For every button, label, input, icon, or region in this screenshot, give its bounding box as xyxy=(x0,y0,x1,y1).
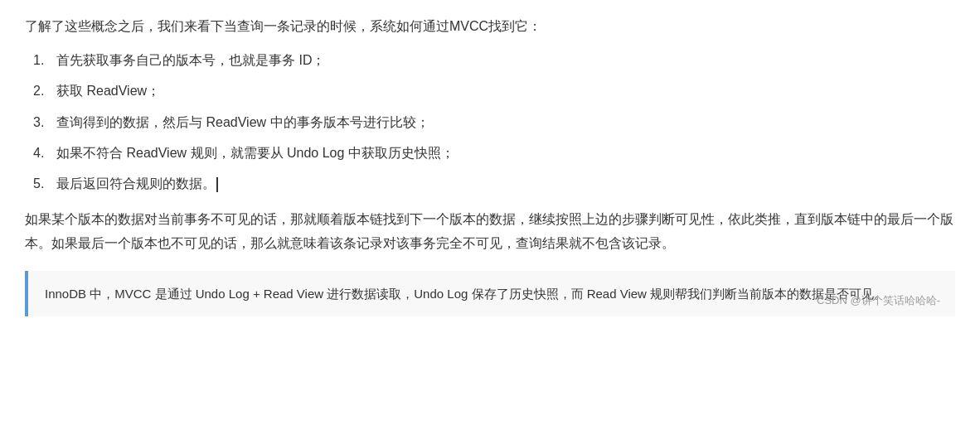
csdn-watermark: CSDN @讲个笑话哈哈哈- xyxy=(817,293,940,308)
list-item: 5. 最后返回符合规则的数据。 xyxy=(25,172,955,195)
page-container: 了解了这些概念之后，我们来看下当查询一条记录的时候，系统如何通过MVCC找到它：… xyxy=(0,0,980,439)
list-content-3: 查询得到的数据，然后与 ReadView 中的事务版本号进行比较； xyxy=(56,111,955,133)
highlight-text: InnoDB 中，MVCC 是通过 Undo Log + Read View 进… xyxy=(45,282,939,305)
list-item: 2. 获取 ReadView； xyxy=(25,80,955,102)
steps-list: 1. 首先获取事务自己的版本号，也就是事务 ID； 2. 获取 ReadView… xyxy=(25,49,955,195)
highlight-box-wrapper: InnoDB 中，MVCC 是通过 Undo Log + Read View 进… xyxy=(25,271,955,316)
paragraph-text: 如果某个版本的数据对当前事务不可见的话，那就顺着版本链找到下一个版本的数据，继续… xyxy=(25,208,955,256)
intro-text: 了解了这些概念之后，我们来看下当查询一条记录的时候，系统如何通过MVCC找到它： xyxy=(25,15,955,37)
highlight-box: InnoDB 中，MVCC 是通过 Undo Log + Read View 进… xyxy=(25,271,955,316)
list-number-3: 3. xyxy=(33,111,56,133)
list-item: 3. 查询得到的数据，然后与 ReadView 中的事务版本号进行比较； xyxy=(25,111,955,133)
list-content-5: 最后返回符合规则的数据。 xyxy=(56,172,955,195)
text-cursor xyxy=(216,177,218,192)
list-number-1: 1. xyxy=(33,49,56,71)
list-item: 4. 如果不符合 ReadView 规则，就需要从 Undo Log 中获取历史… xyxy=(25,142,955,164)
list-number-2: 2. xyxy=(33,80,56,102)
list-number-4: 4. xyxy=(33,142,56,164)
list-content-1: 首先获取事务自己的版本号，也就是事务 ID； xyxy=(56,49,955,71)
step5-text: 最后返回符合规则的数据。 xyxy=(56,176,216,191)
list-content-2: 获取 ReadView； xyxy=(56,80,955,102)
list-number-5: 5. xyxy=(33,172,56,195)
list-content-4: 如果不符合 ReadView 规则，就需要从 Undo Log 中获取历史快照； xyxy=(56,142,955,164)
list-item: 1. 首先获取事务自己的版本号，也就是事务 ID； xyxy=(25,49,955,71)
